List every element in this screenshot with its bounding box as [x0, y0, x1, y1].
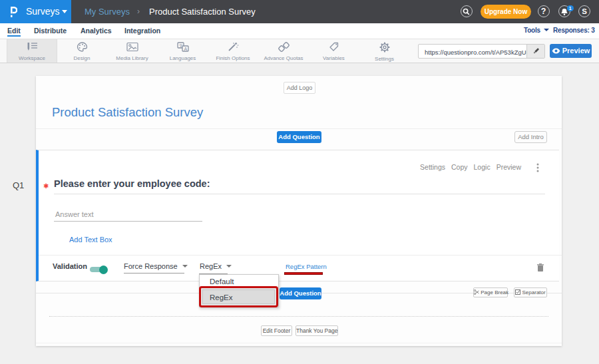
- svg-text:A: A: [184, 47, 187, 51]
- svg-text:文: 文: [179, 43, 183, 48]
